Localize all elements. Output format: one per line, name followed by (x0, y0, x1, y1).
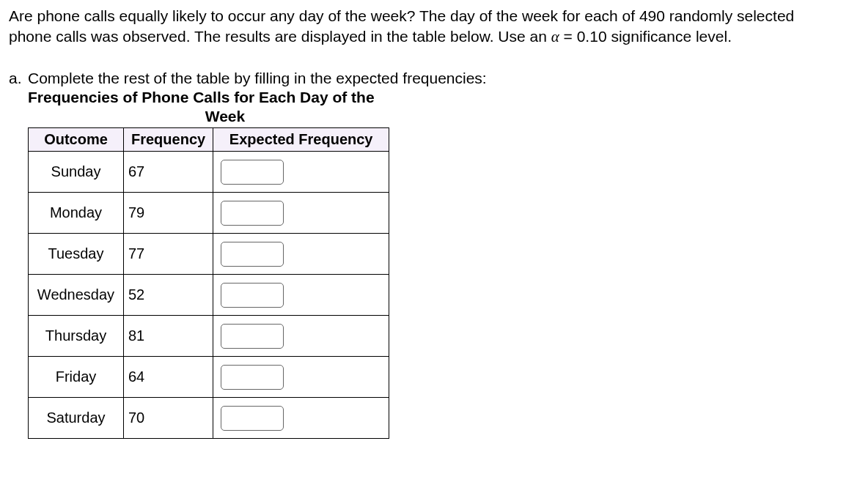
part-a: a. Complete the rest of the table by fil… (9, 68, 840, 88)
table-row: Thursday 81 (29, 316, 389, 357)
frequency-cell: 64 (124, 357, 213, 398)
expected-input-tuesday[interactable] (221, 242, 284, 267)
table-row: Friday 64 (29, 357, 389, 398)
frequency-table: Outcome Frequency Expected Frequency Sun… (28, 127, 389, 439)
part-a-marker: a. (9, 68, 28, 88)
expected-input-monday[interactable] (221, 201, 284, 226)
outcome-cell: Wednesday (29, 275, 124, 316)
table-row: Monday 79 (29, 193, 389, 234)
frequency-cell: 70 (124, 398, 213, 439)
expected-cell (213, 316, 389, 357)
expected-cell (213, 193, 389, 234)
frequency-cell: 77 (124, 234, 213, 275)
table-body: Sunday 67 Monday 79 Tuesday 77 Wednesday… (29, 152, 389, 439)
intro-text-after: = 0.10 significance level. (559, 28, 732, 45)
question-intro: Are phone calls equally likely to occur … (9, 6, 840, 48)
frequency-cell: 79 (124, 193, 213, 234)
outcome-cell: Thursday (29, 316, 124, 357)
table-row: Tuesday 77 (29, 234, 389, 275)
header-expected: Expected Frequency (213, 128, 389, 152)
expected-input-saturday[interactable] (221, 406, 284, 431)
table-row: Saturday 70 (29, 398, 389, 439)
expected-input-thursday[interactable] (221, 324, 284, 349)
table-row: Wednesday 52 (29, 275, 389, 316)
header-outcome: Outcome (29, 128, 124, 152)
expected-cell (213, 152, 389, 193)
outcome-cell: Saturday (29, 398, 124, 439)
expected-input-sunday[interactable] (221, 160, 284, 185)
header-frequency: Frequency (124, 128, 213, 152)
expected-input-wednesday[interactable] (221, 283, 284, 308)
expected-cell (213, 357, 389, 398)
part-a-instruction: Complete the rest of the table by fillin… (28, 68, 487, 88)
frequency-cell: 52 (124, 275, 213, 316)
expected-cell (213, 398, 389, 439)
alpha-symbol: α (551, 28, 559, 45)
table-header-row: Outcome Frequency Expected Frequency (29, 128, 389, 152)
table-row: Sunday 67 (29, 152, 389, 193)
outcome-cell: Sunday (29, 152, 124, 193)
frequency-cell: 81 (124, 316, 213, 357)
frequency-cell: 67 (124, 152, 213, 193)
expected-input-friday[interactable] (221, 365, 284, 390)
table-title-line1: Frequencies of Phone Calls for Each Day … (9, 88, 840, 107)
outcome-cell: Friday (29, 357, 124, 398)
expected-cell (213, 234, 389, 275)
expected-cell (213, 275, 389, 316)
outcome-cell: Monday (29, 193, 124, 234)
table-title-line2: Week (28, 107, 422, 126)
outcome-cell: Tuesday (29, 234, 124, 275)
